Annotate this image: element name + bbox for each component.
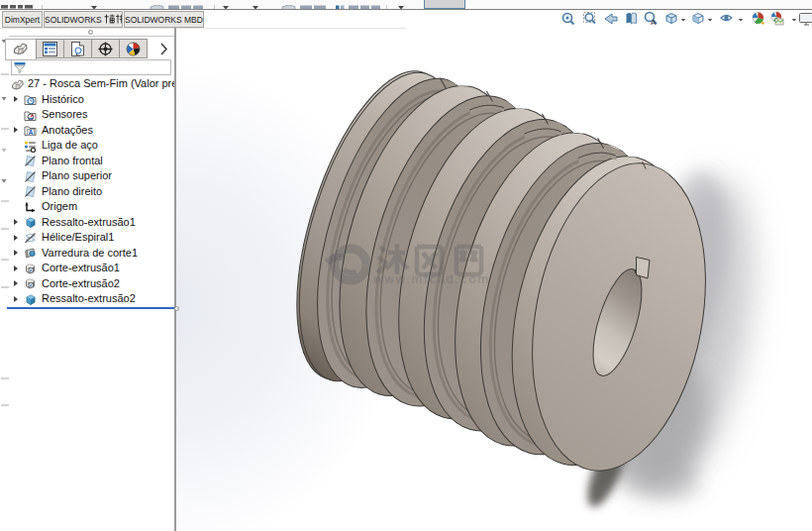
svg-text:www.mfcad.com: www.mfcad.com [372,272,490,286]
svg-text:A: A [28,129,33,136]
svg-text:A: A [651,18,657,27]
